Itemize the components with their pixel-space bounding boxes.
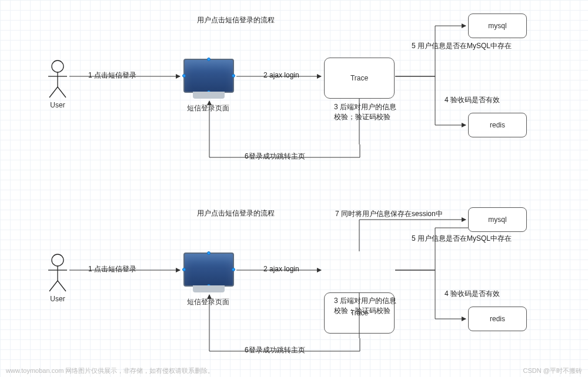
diagram2-title: 用户点击短信登录的流程 [197, 208, 275, 218]
edge-5-mysql: 5 用户信息是否在MySQL中存在 [412, 41, 512, 51]
svg-line-4 [58, 87, 66, 97]
trace-node: Trace [324, 58, 395, 99]
svg-line-10 [49, 281, 58, 291]
mysql-label: mysql [488, 216, 506, 224]
mysql-label: mysql [488, 22, 506, 30]
trace-label: Trace [350, 74, 368, 82]
mysql-node: mysql [468, 14, 527, 38]
diagram2-user-label: User [49, 295, 66, 303]
svg-line-3 [49, 87, 58, 97]
mysql-node: mysql [468, 207, 527, 232]
edge2-4-code-valid: 4 验收码是否有效 [445, 289, 500, 299]
redis-node: redis [468, 113, 527, 137]
monitor-icon [183, 253, 234, 287]
redis-label: redis [490, 315, 505, 323]
edge-1-click-sms: 1 点击短信登录 [88, 70, 136, 80]
redis-label: redis [490, 121, 505, 129]
diagram1-user-label: User [49, 101, 66, 109]
footer-right: CSDN @平时不搬砖 [523, 366, 582, 375]
user-icon [46, 59, 69, 100]
edge-6-success: 6登录成功跳转主页 [245, 152, 305, 161]
footer-left: www.toymoban.com 网络图片仅供展示，非存储，如有侵权请联系删除。 [6, 366, 214, 375]
edge2-2-ajax: 2 ajax login [263, 265, 299, 273]
edge2-7-session: 7 同时将用户信息保存在session中 [335, 209, 443, 219]
diagram1-title: 用户点击短信登录的流程 [197, 15, 275, 25]
edge2-3-backend-verify: 3 后端对用户的信息校验；验证码校验 [334, 296, 399, 316]
edge2-5-mysql: 5 用户信息是否在MySQL中存在 [412, 234, 512, 244]
edge-4-code-valid: 4 验收码是否有效 [445, 95, 500, 105]
diagram2-monitor-caption: 短信登录页面 [187, 297, 229, 307]
svg-point-0 [52, 60, 64, 72]
redis-node: redis [468, 307, 527, 331]
svg-point-7 [52, 254, 64, 266]
user-icon [46, 253, 69, 294]
svg-line-11 [58, 281, 66, 291]
diagram1-monitor-caption: 短信登录页面 [187, 103, 229, 113]
edge2-6-success: 6登录成功跳转主页 [245, 345, 305, 355]
monitor-icon [183, 59, 234, 93]
edge2-1-click-sms: 1 点击短信登录 [88, 264, 136, 274]
edge-2-ajax: 2 ajax login [263, 71, 299, 79]
edge-3-backend-verify: 3 后端对用户的信息校验；验证码校验 [334, 102, 399, 122]
